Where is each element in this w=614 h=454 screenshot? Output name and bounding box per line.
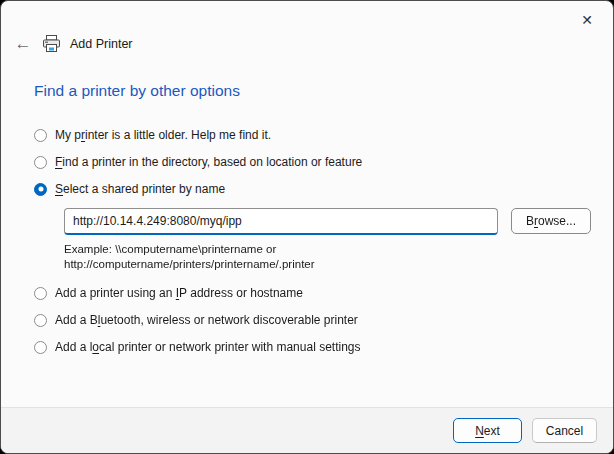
page-title: Add Printer <box>70 37 133 51</box>
radio-ip-address[interactable]: Add a printer using an IP address or hos… <box>34 285 597 301</box>
printer-icon <box>41 34 62 54</box>
browse-button[interactable]: Browse... <box>511 208 591 234</box>
back-icon[interactable]: ← <box>13 34 33 54</box>
section-heading: Find a printer by other options <box>34 82 240 100</box>
radio-label: Select a shared printer by name <box>55 182 225 196</box>
radio-label: My printer is a little older. Help me fi… <box>55 128 271 142</box>
radio-circle[interactable] <box>34 183 47 196</box>
radio-shared-printer-by-name[interactable]: Select a shared printer by name <box>34 181 597 197</box>
dialog-header: ← Add Printer <box>13 34 133 54</box>
radio-local-printer-manual[interactable]: Add a local printer or network printer w… <box>34 339 597 355</box>
add-printer-dialog: ✕ ← Add Printer Find a printer by other … <box>0 0 614 454</box>
radio-label: Find a printer in the directory, based o… <box>55 155 362 169</box>
example-line-1: Example: \\computername\printername or <box>64 242 597 257</box>
radio-label: Add a printer using an IP address or hos… <box>55 286 303 300</box>
radio-bluetooth-wireless[interactable]: Add a Bluetooth, wireless or network dis… <box>34 312 597 328</box>
printer-options-group: My printer is a little older. Help me fi… <box>34 127 597 366</box>
example-line-2: http://computername/printers/printername… <box>64 257 597 272</box>
dialog-footer: Next Cancel <box>1 407 613 453</box>
radio-circle[interactable] <box>34 156 47 169</box>
radio-circle[interactable] <box>34 341 47 354</box>
shared-printer-url-input[interactable] <box>64 208 498 235</box>
shared-printer-input-row: Browse... <box>34 208 597 235</box>
cancel-button[interactable]: Cancel <box>532 418 597 443</box>
radio-label: Add a Bluetooth, wireless or network dis… <box>55 313 358 327</box>
radio-older-printer[interactable]: My printer is a little older. Help me fi… <box>34 127 597 143</box>
radio-circle[interactable] <box>34 314 47 327</box>
next-button[interactable]: Next <box>453 418 522 443</box>
example-hint-text: Example: \\computername\printername or h… <box>34 242 597 272</box>
radio-find-in-directory[interactable]: Find a printer in the directory, based o… <box>34 154 597 170</box>
radio-circle[interactable] <box>34 129 47 142</box>
close-icon[interactable]: ✕ <box>571 7 603 33</box>
radio-label: Add a local printer or network printer w… <box>55 340 361 354</box>
radio-circle[interactable] <box>34 287 47 300</box>
